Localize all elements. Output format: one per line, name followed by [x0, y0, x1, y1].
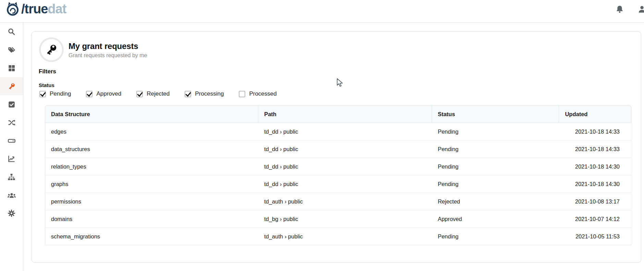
gear-icon: [8, 209, 15, 217]
tags-icon: [8, 46, 15, 54]
checkbox-label: Pending: [50, 90, 71, 97]
user-icon[interactable]: [637, 5, 644, 14]
cell-status: Pending: [432, 140, 559, 158]
cell-status: Pending: [432, 228, 559, 245]
sidebar-item-users[interactable]: [0, 186, 23, 204]
key-icon: [8, 82, 16, 90]
filters-heading: Filters: [39, 68, 56, 75]
cell-data-structure: schema_migrations: [45, 228, 258, 245]
cell-path: td_bg › public: [258, 210, 432, 228]
bell-icon[interactable]: [615, 5, 624, 14]
storage-drive-icon: [8, 137, 16, 145]
table-row[interactable]: domains td_bg › public Approved 2021-10-…: [45, 210, 631, 228]
checkbox[interactable]: [86, 91, 92, 97]
status-filter-option[interactable]: Rejected: [136, 90, 170, 97]
cell-data-structure: data_structures: [45, 140, 258, 158]
cell-updated: 2021-10-18 14:33: [559, 140, 631, 158]
sidebar-item-structures[interactable]: [0, 132, 23, 150]
sidebar-item-dashboard[interactable]: [0, 59, 23, 77]
check-square-icon: [8, 101, 15, 108]
cell-updated: 2021-10-07 14:12: [559, 210, 631, 228]
cell-path: td_dd › public: [258, 123, 432, 140]
sidebar-nav: [0, 23, 23, 271]
checkbox[interactable]: [39, 91, 46, 97]
cell-path: td_auth › public: [258, 228, 432, 245]
top-bar: /truedat: [0, 0, 644, 23]
grant-requests-card: My grant requests Grant requests request…: [32, 31, 641, 263]
cell-data-structure: graphs: [45, 175, 258, 193]
status-filter-options: Pending Approved Rejected Processing: [39, 90, 277, 97]
page-header: My grant requests Grant requests request…: [69, 41, 147, 60]
truedat-logo[interactable]: /truedat: [5, 1, 66, 17]
sidebar-item-lineage[interactable]: [0, 113, 23, 132]
users-icon: [7, 191, 16, 200]
cell-path: td_auth › public: [258, 193, 432, 210]
sidebar-item-search[interactable]: [0, 23, 23, 41]
sidebar-item-tags[interactable]: [0, 41, 23, 59]
checkbox-label: Processing: [195, 90, 224, 97]
key-avatar-icon: [45, 43, 58, 56]
cell-status: Rejected: [432, 193, 559, 210]
column-header-path: Path: [258, 105, 432, 123]
table-row[interactable]: edges td_dd › public Pending 2021-10-18 …: [45, 123, 631, 140]
status-filter-label: Status: [39, 82, 54, 88]
cell-status: Pending: [432, 158, 559, 175]
checkbox[interactable]: [136, 91, 143, 97]
cell-data-structure: relation_types: [45, 158, 258, 175]
checkbox-label: Approved: [96, 90, 121, 97]
cell-status: Pending: [432, 123, 559, 140]
shuffle-icon: [8, 119, 16, 127]
cell-updated: 2021-10-18 14:33: [559, 123, 631, 140]
avatar: [39, 37, 64, 62]
cell-data-structure: domains: [45, 210, 258, 228]
cell-updated: 2021-10-18 14:30: [559, 175, 631, 193]
sidebar-item-grant-requests[interactable]: [0, 77, 23, 95]
column-header-status: Status: [432, 105, 559, 123]
table-row[interactable]: schema_migrations td_auth › public Pendi…: [45, 228, 631, 245]
status-filter-option[interactable]: Pending: [39, 90, 71, 97]
status-filter-option[interactable]: Approved: [86, 90, 121, 97]
cell-path: td_dd › public: [258, 175, 432, 193]
cell-data-structure: permissions: [45, 193, 258, 210]
cell-updated: 2021-10-05 11:53: [559, 228, 631, 245]
cell-status: Pending: [432, 175, 559, 193]
table-row[interactable]: relation_types td_dd › public Pending 20…: [45, 158, 631, 175]
table-body: edges td_dd › public Pending 2021-10-18 …: [45, 123, 631, 245]
column-header-data-structure: Data Structure: [45, 105, 258, 123]
sidebar-item-taxonomy[interactable]: [0, 168, 23, 186]
table-row[interactable]: permissions td_auth › public Rejected 20…: [45, 193, 631, 210]
dashboard-grid-icon: [8, 64, 15, 72]
grant-requests-table: Data Structure Path Status Updated edges…: [45, 105, 631, 245]
table-row[interactable]: graphs td_dd › public Pending 2021-10-18…: [45, 175, 631, 193]
checkbox[interactable]: [239, 91, 245, 97]
cell-status: Approved: [432, 210, 559, 228]
owl-logo-icon: [5, 1, 21, 17]
sitemap-icon: [8, 173, 15, 181]
app-root: /truedat: [0, 0, 644, 271]
sidebar-item-settings[interactable]: [0, 204, 23, 222]
status-filter-option[interactable]: Processed: [239, 90, 276, 97]
sidebar-item-insights[interactable]: [0, 150, 23, 168]
page-subtitle: Grant requests requested by me: [69, 51, 147, 60]
search-icon: [8, 28, 15, 36]
table-row[interactable]: data_structures td_dd › public Pending 2…: [45, 140, 631, 158]
column-header-updated: Updated: [559, 105, 631, 123]
checkbox[interactable]: [185, 91, 191, 97]
cell-data-structure: edges: [45, 123, 258, 140]
cell-updated: 2021-10-08 13:17: [559, 193, 631, 210]
cell-path: td_dd › public: [258, 140, 432, 158]
page-title: My grant requests: [69, 41, 147, 51]
status-filter-option[interactable]: Processing: [185, 90, 224, 97]
table-header: Data Structure Path Status Updated: [45, 105, 631, 123]
chart-line-icon: [8, 155, 15, 163]
logo-wordmark: /truedat: [21, 1, 66, 17]
checkbox-label: Rejected: [147, 90, 170, 97]
checkbox-label: Processed: [249, 90, 276, 97]
cell-updated: 2021-10-18 14:30: [559, 158, 631, 175]
sidebar-item-quality[interactable]: [0, 95, 23, 113]
cell-path: td_dd › public: [258, 158, 432, 175]
